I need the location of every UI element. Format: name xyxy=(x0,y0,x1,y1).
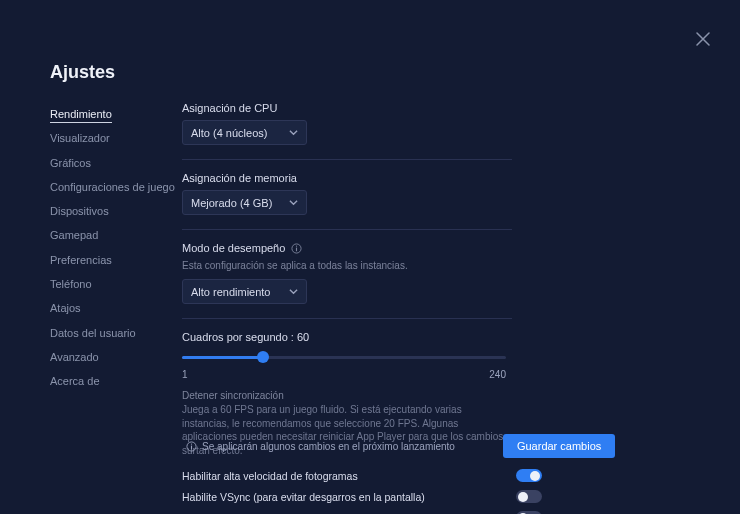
sidebar-item-label: Datos del usuario xyxy=(50,327,136,339)
svg-rect-5 xyxy=(191,445,192,449)
divider xyxy=(182,159,512,160)
close-icon[interactable] xyxy=(696,32,712,48)
perfmode-select[interactable]: Alto rendimiento xyxy=(182,279,307,304)
info-icon xyxy=(186,441,197,452)
sidebar-item[interactable]: Teléfono xyxy=(50,272,182,296)
sidebar-item[interactable]: Acerca de xyxy=(50,369,182,393)
sidebar-item[interactable]: Configuraciones de juego xyxy=(50,175,182,199)
toggle-switch[interactable] xyxy=(516,469,542,482)
svg-point-4 xyxy=(191,443,192,444)
footer-note-text: Se aplicarán algunos cambios en el próxi… xyxy=(202,441,455,452)
sidebar-item[interactable]: Visualizador xyxy=(50,126,182,150)
sidebar-item-label: Atajos xyxy=(50,302,81,314)
sidebar-item-label: Dispositivos xyxy=(50,205,109,217)
page-title: Ajustes xyxy=(50,62,115,83)
toggle-switch[interactable] xyxy=(516,490,542,503)
perfmode-select-value: Alto rendimiento xyxy=(191,286,271,298)
cpu-label: Asignación de CPU xyxy=(182,102,512,114)
sidebar-item[interactable]: Preferencias xyxy=(50,248,182,272)
info-icon[interactable] xyxy=(291,243,302,254)
sidebar-item[interactable]: Atajos xyxy=(50,296,182,320)
sidebar-item-label: Gráficos xyxy=(50,157,91,169)
sidebar-item-label: Acerca de xyxy=(50,375,100,387)
sidebar-item-label: Configuraciones de juego xyxy=(50,181,175,193)
sidebar-item[interactable]: Gamepad xyxy=(50,223,182,247)
sidebar-item[interactable]: Dispositivos xyxy=(50,199,182,223)
svg-rect-2 xyxy=(296,247,297,251)
sidebar-item-label: Rendimiento xyxy=(50,108,112,123)
fps-slider[interactable] xyxy=(182,351,506,365)
toggle-row: Habilite VSync (para evitar desgarros en… xyxy=(182,490,542,503)
cpu-select[interactable]: Alto (4 núcleos) xyxy=(182,120,307,145)
sidebar-item[interactable]: Datos del usuario xyxy=(50,321,182,345)
fps-max: 240 xyxy=(489,369,506,380)
chevron-down-icon xyxy=(289,128,298,137)
sidebar: RendimientoVisualizadorGráficosConfigura… xyxy=(50,102,182,514)
sidebar-item[interactable]: Avanzado xyxy=(50,345,182,369)
sidebar-item-label: Teléfono xyxy=(50,278,92,290)
sidebar-item[interactable]: Rendimiento xyxy=(50,102,182,126)
fps-label: Cuadros por segundo : 60 xyxy=(182,331,512,343)
sidebar-item-label: Preferencias xyxy=(50,254,112,266)
toggle-label: Habilitar alta velocidad de fotogramas xyxy=(182,470,358,482)
divider xyxy=(182,318,512,319)
memory-select[interactable]: Mejorado (4 GB) xyxy=(182,190,307,215)
memory-label: Asignación de memoria xyxy=(182,172,512,184)
save-button[interactable]: Guardar cambios xyxy=(503,434,615,458)
toggle-knob xyxy=(530,471,540,481)
sidebar-item-label: Visualizador xyxy=(50,132,110,144)
footer-note: Se aplicarán algunos cambios en el próxi… xyxy=(186,441,455,452)
perfmode-sub: Esta configuración se aplica a todas las… xyxy=(182,260,512,271)
toggle-knob xyxy=(518,492,528,502)
toggle-label: Habilite VSync (para evitar desgarros en… xyxy=(182,491,425,503)
chevron-down-icon xyxy=(289,198,298,207)
toggle-row: Habilitar alta velocidad de fotogramas xyxy=(182,469,542,482)
perfmode-label: Modo de desempeño xyxy=(182,242,512,254)
chevron-down-icon xyxy=(289,287,298,296)
memory-select-value: Mejorado (4 GB) xyxy=(191,197,272,209)
sidebar-item-label: Gamepad xyxy=(50,229,98,241)
slider-thumb[interactable] xyxy=(257,351,269,363)
slider-fill xyxy=(182,356,263,359)
fps-min: 1 xyxy=(182,369,188,380)
sync-title: Detener sincronización xyxy=(182,390,512,401)
divider xyxy=(182,229,512,230)
svg-point-1 xyxy=(296,245,297,246)
perfmode-label-text: Modo de desempeño xyxy=(182,242,285,254)
cpu-select-value: Alto (4 núcleos) xyxy=(191,127,267,139)
sidebar-item-label: Avanzado xyxy=(50,351,99,363)
sidebar-item[interactable]: Gráficos xyxy=(50,151,182,175)
